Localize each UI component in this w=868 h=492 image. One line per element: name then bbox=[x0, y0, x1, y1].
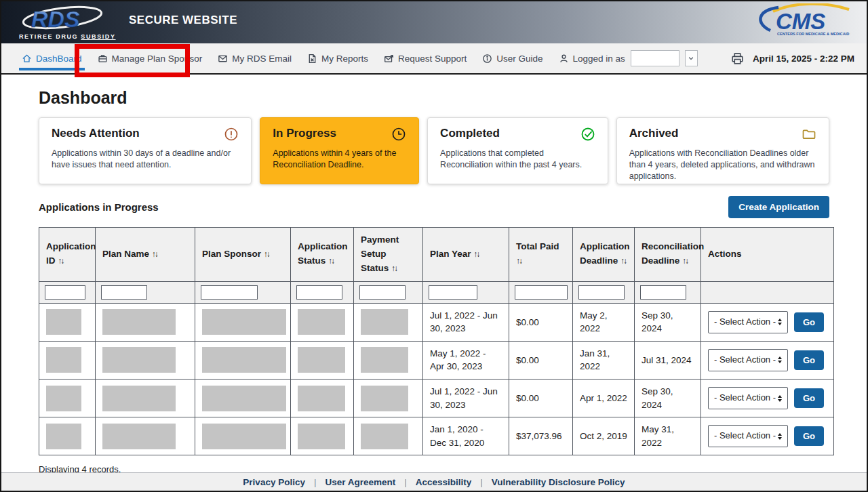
table-row: May 1, 2022 - Apr 30, 2023 $0.00 Jan 31,… bbox=[39, 341, 834, 379]
filter-plan-year-input[interactable] bbox=[429, 285, 477, 300]
reconciliation-deadline-cell: May 31, 2022 bbox=[635, 417, 701, 455]
footer-link-accessibility[interactable]: Accessibility bbox=[416, 477, 472, 487]
check-circle-icon bbox=[580, 127, 595, 142]
card-in-progress[interactable]: In Progress Applications within 4 years … bbox=[260, 117, 419, 184]
person-icon bbox=[559, 54, 569, 64]
alert-circle-icon bbox=[224, 127, 239, 142]
application-deadline-cell: Apr 1, 2022 bbox=[573, 380, 635, 417]
col-header-total-paid[interactable]: Total Paid ↑↓ bbox=[509, 228, 573, 282]
table-header-row: Application ID ↑↓ Plan Name ↑↓ Plan Spon… bbox=[39, 228, 834, 282]
col-header-application-id[interactable]: Application ID ↑↓ bbox=[39, 228, 96, 282]
logged-in-user-field[interactable] bbox=[631, 50, 679, 66]
plan-year-cell: Jul 1, 2022 - Jun 30, 2023 bbox=[423, 380, 509, 417]
current-datetime: April 15, 2025 - 2:22 PM bbox=[753, 54, 854, 64]
plan-year-cell: May 1, 2022 - Apr 30, 2023 bbox=[423, 341, 509, 379]
filter-reconciliation-deadline-input[interactable] bbox=[640, 285, 686, 300]
reconciliation-deadline-cell: Sep 30, 2024 bbox=[635, 380, 701, 417]
app-header: RDS Retiree Drug Subsidy SECURE WEBSITE … bbox=[1, 1, 867, 43]
plan-year-cell: Jan 1, 2020 - Dec 31, 2020 bbox=[423, 417, 509, 455]
chevron-down-icon bbox=[688, 55, 694, 62]
main-content: Dashboard Needs Attention Applications w… bbox=[1, 88, 867, 492]
action-select[interactable]: - Select Action - bbox=[708, 311, 788, 333]
card-completed[interactable]: Completed Applications that completed Re… bbox=[427, 117, 608, 184]
table-section-title: Applications in Progress bbox=[39, 201, 159, 213]
go-button[interactable]: Go bbox=[794, 426, 824, 446]
redacted-application-status bbox=[298, 386, 345, 411]
nav-item-request-support[interactable]: Request Support bbox=[384, 43, 467, 73]
footer-link-vulnerability-disclosure-policy[interactable]: Vulnerability Disclosure Policy bbox=[492, 477, 625, 487]
nav-item-user-guide[interactable]: User Guide bbox=[482, 43, 542, 73]
col-header-plan-name[interactable]: Plan Name ↑↓ bbox=[96, 228, 195, 282]
col-header-plan-year[interactable]: Plan Year ↑↓ bbox=[423, 228, 509, 282]
application-deadline-cell: May 2, 2022 bbox=[573, 303, 635, 341]
home-icon bbox=[22, 54, 32, 64]
nav-item-my-reports[interactable]: My Reports bbox=[307, 43, 368, 73]
redacted-payment-setup-status bbox=[361, 347, 408, 373]
col-header-application-status[interactable]: Application Status ↑↓ bbox=[291, 228, 354, 282]
envelope-icon bbox=[218, 54, 228, 64]
info-icon bbox=[482, 54, 492, 64]
card-archived[interactable]: Archived Applications with Reconciliatio… bbox=[616, 117, 829, 184]
logged-in-user-dropdown[interactable] bbox=[685, 50, 698, 66]
page-title: Dashboard bbox=[39, 88, 829, 108]
total-paid-cell: $37,073.96 bbox=[509, 417, 573, 455]
nav-item-dashboard[interactable]: DashBoard bbox=[22, 43, 82, 73]
print-icon[interactable] bbox=[730, 52, 745, 66]
col-header-payment-setup-status[interactable]: Payment Setup Status ↑↓ bbox=[354, 228, 423, 282]
filter-application-status-input[interactable] bbox=[296, 285, 342, 300]
redacted-application-id bbox=[46, 424, 81, 449]
action-select[interactable]: - Select Action - bbox=[708, 387, 788, 409]
filter-plan-name-input[interactable] bbox=[101, 285, 147, 300]
select-caret-icon bbox=[778, 395, 782, 402]
action-select[interactable]: - Select Action - bbox=[708, 425, 788, 447]
dashboard-cards: Needs Attention Applications within 30 d… bbox=[39, 117, 829, 184]
go-button[interactable]: Go bbox=[794, 388, 824, 408]
sort-icon: ↑↓ bbox=[58, 256, 63, 266]
sort-icon: ↑↓ bbox=[620, 256, 626, 266]
redacted-plan-name bbox=[102, 424, 176, 449]
report-file-icon bbox=[307, 54, 317, 64]
card-needs-attention[interactable]: Needs Attention Applications within 30 d… bbox=[39, 117, 252, 184]
footer-link-privacy-policy[interactable]: Privacy Policy bbox=[243, 477, 305, 487]
redacted-plan-sponsor bbox=[202, 347, 286, 373]
nav-item-manage-plan-sponsor[interactable]: Manage Plan Sponsor bbox=[98, 43, 203, 73]
page-footer: Privacy Policy | User Agreement | Access… bbox=[1, 472, 867, 491]
total-paid-cell: $0.00 bbox=[509, 380, 573, 417]
filter-total-paid-input[interactable] bbox=[515, 285, 568, 300]
col-header-reconciliation-deadline[interactable]: Reconciliation Deadline ↑↓ bbox=[635, 228, 701, 282]
go-button[interactable]: Go bbox=[794, 350, 824, 370]
filter-payment-setup-status-input[interactable] bbox=[359, 285, 406, 300]
redacted-plan-sponsor bbox=[202, 309, 286, 335]
redacted-application-status bbox=[298, 424, 345, 449]
site-title: SECURE WEBSITE bbox=[129, 14, 237, 27]
reconciliation-deadline-cell: Sep 30, 2024 bbox=[635, 303, 701, 341]
go-button[interactable]: Go bbox=[794, 312, 824, 332]
filter-plan-sponsor-input[interactable] bbox=[201, 285, 258, 300]
envelope-arrow-icon bbox=[384, 54, 394, 64]
redacted-payment-setup-status bbox=[361, 386, 408, 411]
rds-logo-subtitle: Retiree Drug Subsidy bbox=[19, 33, 114, 40]
footer-link-user-agreement[interactable]: User Agreement bbox=[325, 477, 395, 487]
create-application-button[interactable]: Create Application bbox=[728, 196, 829, 218]
redacted-application-status bbox=[298, 309, 345, 335]
col-header-plan-sponsor[interactable]: Plan Sponsor ↑↓ bbox=[195, 228, 291, 282]
sort-icon: ↑↓ bbox=[264, 249, 269, 259]
rds-logo-graphic: RDS bbox=[19, 5, 108, 33]
filter-application-id-input[interactable] bbox=[45, 285, 85, 300]
redacted-payment-setup-status bbox=[361, 424, 408, 449]
col-header-application-deadline[interactable]: Application Deadline ↑↓ bbox=[573, 228, 635, 282]
rds-logo: RDS Retiree Drug Subsidy bbox=[19, 5, 114, 40]
cms-logo-graphic: CMS CENTERS FOR MEDICARE & MEDICAID SERV… bbox=[750, 3, 850, 39]
action-select[interactable]: - Select Action - bbox=[708, 349, 788, 371]
select-caret-icon bbox=[778, 433, 782, 440]
main-navigation: DashBoard Manage Plan Sponsor My RDS Ema… bbox=[1, 43, 867, 75]
redacted-application-id bbox=[46, 347, 81, 373]
nav-item-my-rds-email[interactable]: My RDS Email bbox=[218, 43, 292, 73]
table-filter-row bbox=[39, 281, 834, 303]
select-caret-icon bbox=[778, 319, 782, 325]
footer-separator: | bbox=[314, 477, 317, 487]
filter-application-deadline-input[interactable] bbox=[578, 285, 625, 300]
footer-separator: | bbox=[404, 477, 407, 487]
select-caret-icon bbox=[778, 356, 782, 363]
nav-item-logged-in-as: Logged in as bbox=[559, 43, 698, 73]
